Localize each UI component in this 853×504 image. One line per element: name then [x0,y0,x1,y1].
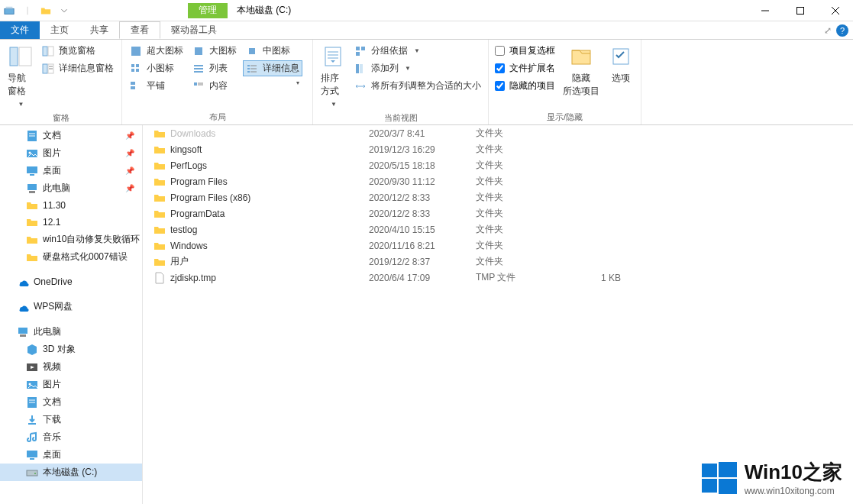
contextual-tab-manage[interactable]: 管理 [188,3,228,18]
file-type: 文件夹 [476,207,567,220]
file-date: 2019/12/2 8:37 [369,257,476,267]
file-row-7[interactable]: Windows 2020/11/16 8:21 文件夹 [143,237,853,254]
autosize-columns-button[interactable]: 将所有列调整为合适的大小 [351,78,484,94]
svg-rect-9 [43,47,47,56]
system-icon[interactable] [0,0,18,21]
file-extensions-toggle[interactable]: 文件扩展名 [493,60,557,76]
sidebar-pc-3[interactable]: 文档 [0,393,142,411]
preview-pane-button[interactable]: 预览窗格 [39,43,117,59]
file-type: 文件夹 [476,159,567,172]
chevron-down-icon: ▼ [18,101,24,108]
hidden-items-toggle[interactable]: 隐藏的项目 [493,78,557,94]
sidebar-quick-0[interactable]: 文档📌 [0,127,142,144]
minimize-ribbon-icon[interactable]: ⤢ [824,25,832,36]
file-row-6[interactable]: testlog 2020/4/10 15:15 文件夹 [143,221,853,237]
close-button[interactable] [818,0,853,21]
tab-home[interactable]: 主页 [40,21,79,39]
svg-rect-70 [719,462,737,477]
sidebar-quick-6[interactable]: win10自动修复失败循环 [0,231,142,248]
help-icon[interactable]: ? [836,24,848,37]
svg-rect-4 [797,7,804,14]
hide-selected-label: 隐藏 所选项目 [563,72,599,98]
sidebar-pc-1[interactable]: 视频 [0,358,142,376]
nav-pane-button[interactable]: 导航窗格 ▼ [3,41,37,111]
maximize-button[interactable] [783,0,818,21]
svg-rect-43 [356,64,359,73]
sidebar-pc-2[interactable]: 图片 [0,376,142,393]
file-row-3[interactable]: Program Files 2020/9/30 11:12 文件夹 [143,173,853,189]
tab-share[interactable]: 共享 [79,21,119,39]
file-list[interactable]: Downloads 2020/3/7 8:41 文件夹 kingsoft 201… [143,125,853,504]
sort-by-button[interactable]: 排序方式 ▼ [316,41,350,111]
sidebar-onedrive[interactable]: OneDrive [0,273,142,290]
svg-rect-7 [10,47,18,66]
ribbon: 导航窗格 ▼ 预览窗格 详细信息窗格 窗格 超大图标 小图标 平铺 大图标 列表… [0,40,853,125]
file-row-5[interactable]: ProgramData 2020/12/2 8:33 文件夹 [143,205,853,221]
file-row-1[interactable]: kingsoft 2019/12/3 16:29 文件夹 [143,141,853,157]
layout-more-button[interactable]: ▾ [243,78,302,88]
list-button[interactable]: 列表 [189,60,240,76]
folder-icon[interactable] [37,0,55,21]
file-row-4[interactable]: Program Files (x86) 2020/12/2 8:33 文件夹 [143,189,853,205]
qat-dropdown[interactable] [55,0,73,21]
hide-selected-button[interactable]: 隐藏 所选项目 [558,41,604,101]
sidebar-pc-6[interactable]: 桌面 [0,446,142,464]
group-by-button[interactable]: 分组依据▼ [351,43,484,59]
sidebar-pc-5[interactable]: 音乐 [0,428,142,446]
group-label-current-view: 当前视图 [316,111,485,125]
svg-rect-30 [247,65,250,66]
sidebar-quick-4[interactable]: 11.30 [0,197,142,214]
sidebar-quick-2[interactable]: 桌面📌 [0,162,142,179]
navigation-pane[interactable]: 文档📌图片📌桌面📌此电脑📌11.3012.1win10自动修复失败循环硬盘格式化… [0,125,143,504]
svg-rect-36 [325,47,341,66]
tab-drive-tools[interactable]: 驱动器工具 [160,21,228,39]
ribbon-group-current-view: 排序方式 ▼ 分组依据▼ 添加列▼ 将所有列调整为合适的大小 当前视图 [313,40,489,124]
file-name: Program Files [170,176,369,187]
details-pane-button[interactable]: 详细信息窗格 [39,60,117,76]
watermark-title: Win10之家 [745,459,842,486]
svg-rect-46 [613,49,628,64]
sidebar-quick-5[interactable]: 12.1 [0,214,142,231]
svg-rect-26 [194,82,197,86]
tiles-button[interactable]: 平铺 [127,78,186,94]
svg-point-51 [29,151,31,153]
svg-rect-1 [6,6,13,8]
file-row-8[interactable]: 用户 2019/12/2 8:37 文件夹 [143,254,853,270]
sidebar-pc-0[interactable]: 3D 对象 [0,341,142,358]
details-view-button[interactable]: 详细信息 [243,60,302,76]
sidebar-quick-1[interactable]: 图片📌 [0,144,142,162]
file-row-0[interactable]: Downloads 2020/3/7 8:41 文件夹 [143,125,853,141]
svg-point-60 [29,383,31,385]
file-type: 文件夹 [476,223,567,236]
sidebar-quick-7[interactable]: 硬盘格式化0007错误 [0,248,142,266]
svg-rect-29 [249,48,255,54]
add-columns-button[interactable]: 添加列▼ [351,60,484,76]
minimize-button[interactable] [748,0,783,21]
tab-view[interactable]: 查看 [119,21,160,39]
svg-rect-20 [131,82,135,85]
sidebar-pc-7[interactable]: 本地磁盘 (C:) [0,464,142,481]
file-name: Windows [170,241,369,251]
file-row-2[interactable]: PerfLogs 2020/5/15 18:18 文件夹 [143,157,853,173]
medium-icons-button[interactable]: 中图标 [243,43,302,59]
options-label: 选项 [612,72,630,85]
tab-file[interactable]: 文件 [0,21,40,39]
sidebar-wps[interactable]: WPS网盘 [0,298,142,315]
large-icons-button[interactable]: 大图标 [189,43,240,59]
item-checkboxes-toggle[interactable]: 项目复选框 [493,43,557,59]
extra-large-icons-button[interactable]: 超大图标 [127,43,186,59]
file-size: 1 KB [567,273,628,283]
sidebar-pc-4[interactable]: 下载 [0,411,142,428]
file-date: 2020/4/10 15:15 [369,225,476,235]
file-name: zjdiskp.tmp [170,273,369,283]
file-row-9[interactable]: zjdiskp.tmp 2020/6/4 17:09 TMP 文件 1 KB [143,270,853,286]
file-name: 用户 [170,255,369,268]
svg-rect-55 [29,191,35,193]
svg-rect-71 [702,479,717,493]
small-icons-button[interactable]: 小图标 [127,60,186,76]
sidebar-quick-3[interactable]: 此电脑📌 [0,179,142,197]
sidebar-this-pc[interactable]: 此电脑 [0,323,142,341]
options-button[interactable]: 选项 [604,41,638,88]
svg-rect-52 [27,166,37,173]
content-button[interactable]: 内容 [189,78,240,94]
